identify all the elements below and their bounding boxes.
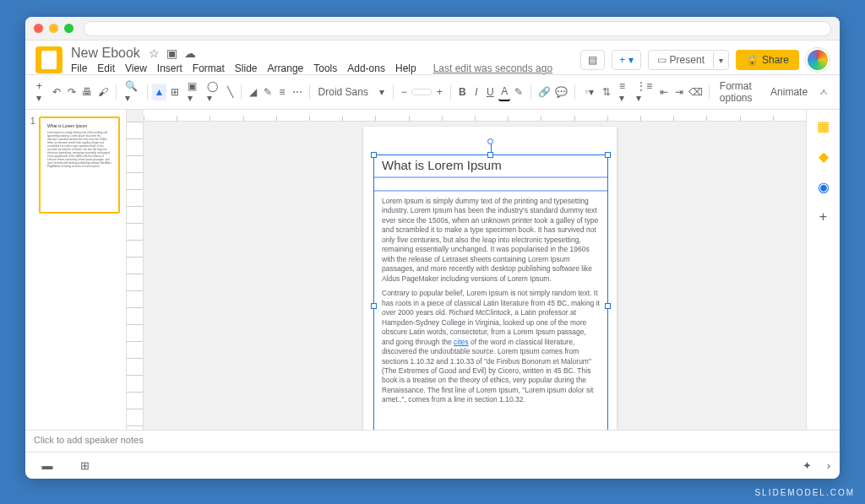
separator	[241, 84, 242, 100]
font-family-dropdown[interactable]: ▾	[376, 84, 388, 100]
keep-icon[interactable]: ◆	[816, 149, 831, 164]
main-area: 1 What is Lorem Ipsum Lorem Ipsum is sim…	[25, 110, 840, 430]
menu-insert[interactable]: Insert	[157, 62, 182, 74]
chevron-right-icon[interactable]: ›	[823, 457, 835, 474]
grid-view-button[interactable]: ⊞	[68, 456, 101, 475]
present-button[interactable]: ▭ Present	[649, 51, 713, 69]
explore-button[interactable]: ✦	[798, 457, 816, 474]
horizontal-ruler	[144, 110, 806, 122]
close-window-icon[interactable]	[34, 24, 43, 33]
line-tool[interactable]: ╲	[224, 84, 236, 100]
separator	[116, 84, 117, 100]
menu-view[interactable]: View	[125, 62, 147, 74]
resize-handle-tl[interactable]	[371, 152, 377, 158]
slide-thumbnail-1[interactable]: What is Lorem Ipsum Lorem Ipsum is simpl…	[39, 117, 120, 214]
increase-font[interactable]: +	[433, 84, 445, 100]
paint-format-button[interactable]: 🖌	[96, 84, 111, 100]
align-button[interactable]: ▾	[580, 84, 599, 100]
numbered-list[interactable]: ≡ ▾	[615, 78, 631, 106]
shape-tool[interactable]: ◯ ▾	[203, 78, 222, 106]
menu-edit[interactable]: Edit	[97, 62, 115, 74]
format-options-button[interactable]: Format options	[715, 79, 764, 106]
redo-button[interactable]: ↷	[65, 84, 79, 100]
font-size[interactable]	[411, 89, 432, 95]
animate-button[interactable]: Animate	[765, 84, 813, 100]
rotate-handle[interactable]	[487, 138, 493, 144]
new-slide-toolbar[interactable]: + ▾	[32, 78, 48, 106]
rotate-handle-line	[491, 144, 492, 152]
document-title[interactable]: New Ebook	[71, 46, 140, 61]
italic-button[interactable]: I	[471, 84, 482, 100]
image-tool[interactable]: ▣ ▾	[183, 78, 202, 106]
addon-plus-icon[interactable]: +	[816, 209, 831, 225]
calendar-icon[interactable]: ▦	[816, 118, 831, 133]
separator	[709, 84, 710, 100]
share-button[interactable]: 🔒 Share	[736, 50, 799, 70]
resize-handle-ml[interactable]	[371, 303, 377, 309]
insert-comment[interactable]: 💬	[553, 84, 569, 100]
filmstrip-view-button[interactable]: ▬	[30, 456, 64, 475]
selection-box[interactable]	[373, 154, 608, 430]
comments-button[interactable]: ▤	[580, 50, 605, 70]
address-bar[interactable]	[84, 21, 831, 36]
fill-color[interactable]: ◢	[247, 84, 259, 100]
minimize-window-icon[interactable]	[49, 24, 58, 33]
undo-button[interactable]: ↶	[50, 84, 63, 100]
bold-button[interactable]: B	[456, 84, 469, 100]
insert-link[interactable]: 🔗	[536, 84, 552, 100]
menu-bar: File Edit View Insert Format Slide Arran…	[71, 62, 580, 74]
print-button[interactable]: 🖶	[80, 84, 95, 100]
decrease-indent[interactable]: ⇤	[657, 84, 671, 100]
bulleted-list[interactable]: ⋮≡ ▾	[633, 78, 655, 106]
zoom-button[interactable]: 🔍 ▾	[121, 78, 141, 106]
tasks-icon[interactable]: ◉	[816, 179, 831, 194]
present-label: Present	[670, 54, 705, 66]
thumbnail-panel: 1 What is Lorem Ipsum Lorem Ipsum is sim…	[25, 110, 127, 430]
separator	[309, 84, 310, 100]
decrease-font[interactable]: −	[398, 84, 410, 100]
resize-handle-tr[interactable]	[605, 152, 611, 158]
present-dropdown[interactable]: ▾	[713, 52, 728, 68]
font-family[interactable]: Droid Sans	[315, 84, 374, 100]
menu-help[interactable]: Help	[395, 62, 416, 74]
right-actions: ▤ + ▾ ▭ Present ▾ 🔒 Share	[580, 48, 830, 72]
collapse-toolbar[interactable]: ㅅ	[814, 83, 833, 102]
separator	[574, 84, 575, 100]
textbox-tool[interactable]: ⊞	[168, 84, 182, 100]
title-bar: New Ebook ☆ ▣ ☁ File Edit View Insert Fo…	[25, 41, 840, 74]
canvas[interactable]: What is Lorem Ipsum Lorem Ipsum is simpl…	[127, 110, 806, 430]
clear-formatting[interactable]: ⌫	[687, 84, 704, 100]
cloud-icon[interactable]: ☁	[184, 46, 196, 60]
menu-slide[interactable]: Slide	[235, 62, 258, 74]
browser-chrome	[25, 17, 840, 41]
menu-format[interactable]: Format	[193, 62, 225, 74]
menu-addons[interactable]: Add-ons	[347, 62, 385, 74]
account-avatar[interactable]	[806, 48, 830, 72]
maximize-window-icon[interactable]	[64, 24, 73, 33]
logo-inner	[41, 51, 57, 69]
new-slide-button[interactable]: + ▾	[612, 50, 640, 70]
slides-logo[interactable]	[35, 46, 63, 73]
text-color-button[interactable]: A	[498, 83, 511, 101]
border-color[interactable]: ✎	[261, 84, 275, 100]
star-icon[interactable]: ☆	[149, 46, 160, 60]
move-icon[interactable]: ▣	[166, 46, 177, 60]
select-tool[interactable]: ▲	[152, 84, 166, 100]
resize-handle-tm[interactable]	[487, 152, 493, 158]
underline-button[interactable]: U	[484, 84, 497, 100]
border-weight[interactable]: ≡	[276, 84, 288, 100]
border-dash[interactable]: ⋯	[290, 84, 304, 100]
highlight-button[interactable]: ✎	[512, 84, 525, 100]
speaker-notes-placeholder: Click to add speaker notes	[34, 435, 144, 445]
edit-status[interactable]: Last edit was seconds ago	[433, 62, 552, 74]
menu-tools[interactable]: Tools	[313, 62, 337, 74]
separator	[450, 84, 451, 100]
increase-indent[interactable]: ⇥	[672, 84, 686, 100]
menu-arrange[interactable]: Arrange	[268, 62, 304, 74]
thumb-title: What is Lorem Ipsum	[47, 123, 112, 128]
menu-file[interactable]: File	[71, 62, 87, 74]
speaker-notes[interactable]: Click to add speaker notes	[25, 430, 840, 452]
line-spacing[interactable]: ⇅	[600, 84, 613, 100]
resize-handle-mr[interactable]	[605, 303, 611, 309]
separator	[393, 84, 394, 100]
